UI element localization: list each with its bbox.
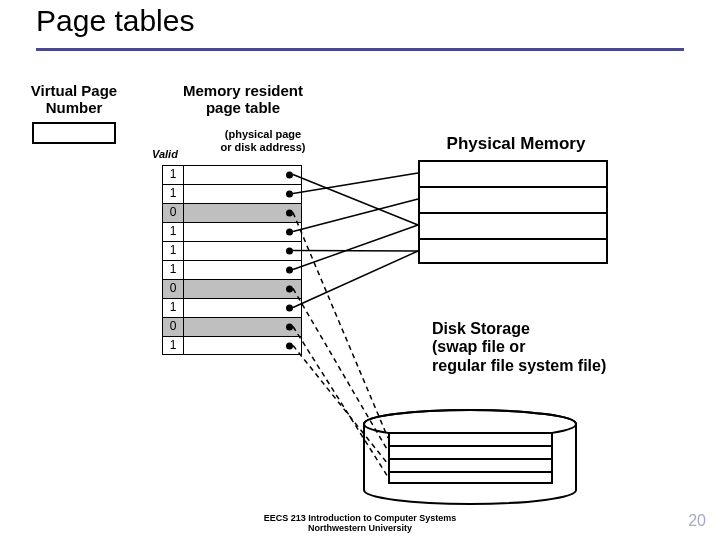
physmem-label: Physical Memory	[416, 134, 616, 154]
footer-line2: Northwestern University	[0, 524, 720, 534]
addr-cell	[184, 260, 302, 279]
vpn-label: Virtual Page Number	[14, 82, 134, 117]
svg-line-4	[293, 213, 388, 439]
title-underline	[36, 48, 684, 51]
mem-slot	[420, 240, 606, 266]
disk-slot	[390, 460, 551, 473]
addr-cell	[184, 279, 302, 298]
svg-line-3	[293, 173, 418, 194]
valid-cell: 0	[162, 279, 184, 298]
page-table-row: 1	[162, 184, 302, 203]
vpn-box	[32, 122, 116, 144]
page-table-row: 1	[162, 336, 302, 355]
dot-icon	[286, 248, 293, 255]
svg-line-6	[293, 251, 418, 252]
dot-icon	[286, 191, 293, 198]
valid-cell: 1	[162, 184, 184, 203]
page-table-row: 0	[162, 279, 302, 298]
page-number: 20	[688, 512, 706, 530]
disk-slots	[388, 432, 553, 484]
addr-cell	[184, 336, 302, 355]
mem-slot	[420, 162, 606, 188]
page-table-row: 1	[162, 298, 302, 317]
mem-slot	[420, 214, 606, 240]
addr-cell	[184, 298, 302, 317]
svg-line-2	[293, 175, 418, 226]
dot-icon	[286, 342, 293, 349]
disk-slot	[390, 434, 551, 447]
svg-line-5	[293, 199, 418, 232]
valid-cell: 1	[162, 241, 184, 260]
valid-cell: 0	[162, 203, 184, 222]
page-table-row: 1	[162, 241, 302, 260]
slide: Page tables Virtual Page Number Memory r…	[0, 0, 720, 540]
svg-line-9	[293, 251, 418, 308]
addr-cell	[184, 241, 302, 260]
disk-slot	[390, 473, 551, 486]
dot-icon	[286, 286, 293, 293]
dot-icon	[286, 210, 293, 217]
dot-icon	[286, 267, 293, 274]
page-table-row: 1	[162, 165, 302, 184]
valid-cell: 1	[162, 298, 184, 317]
svg-line-7	[293, 225, 418, 270]
page-table: 1101110101	[162, 165, 302, 355]
phys-memory	[418, 160, 608, 264]
dot-icon	[286, 324, 293, 331]
valid-label: Valid	[152, 148, 178, 161]
addr-cell	[184, 165, 302, 184]
disk-label: Disk Storage (swap file or regular file …	[432, 320, 692, 375]
page-title: Page tables	[36, 4, 194, 38]
addr-cell	[184, 203, 302, 222]
page-table-row: 1	[162, 222, 302, 241]
mrpt-label: Memory resident page table	[158, 82, 328, 117]
dot-icon	[286, 229, 293, 236]
page-table-row: 0	[162, 317, 302, 336]
page-table-row: 0	[162, 203, 302, 222]
disk-slot	[390, 447, 551, 460]
page-table-row: 1	[162, 260, 302, 279]
valid-cell: 0	[162, 317, 184, 336]
addr-cell	[184, 222, 302, 241]
mem-slot	[420, 188, 606, 214]
valid-cell: 1	[162, 260, 184, 279]
valid-cell: 1	[162, 222, 184, 241]
valid-cell: 1	[162, 165, 184, 184]
addr-note-label: (physical page or disk address)	[198, 128, 328, 153]
footer: EECS 213 Introduction to Computer System…	[0, 514, 720, 534]
addr-cell	[184, 184, 302, 203]
addr-cell	[184, 317, 302, 336]
dot-icon	[286, 305, 293, 312]
valid-cell: 1	[162, 336, 184, 355]
dot-icon	[286, 172, 293, 179]
